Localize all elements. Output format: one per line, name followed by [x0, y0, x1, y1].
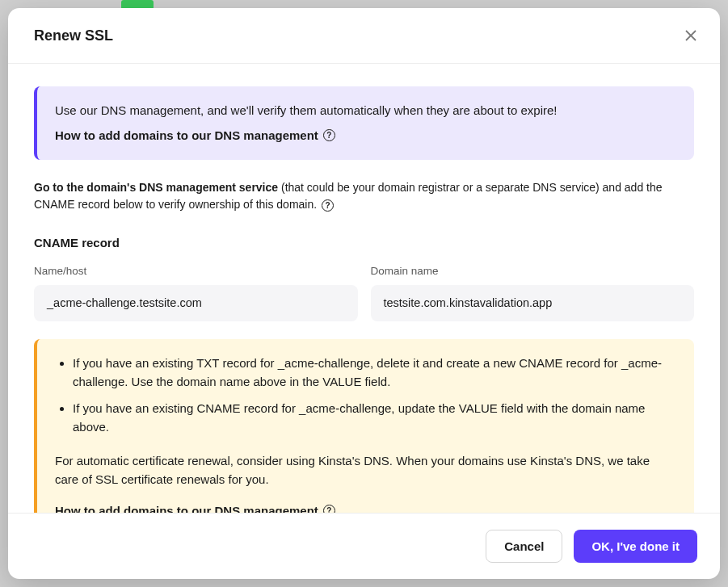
name-host-value[interactable]: _acme-challenge.testsite.com — [34, 285, 358, 321]
instruction-bold: Go to the domain's DNS management servic… — [34, 181, 278, 194]
warning-list: If you have an existing TXT record for _… — [55, 354, 676, 437]
cname-fields: Name/host _acme-challenge.testsite.com D… — [34, 263, 694, 321]
modal-header: Renew SSL — [8, 8, 720, 64]
close-button[interactable] — [681, 26, 701, 45]
confirm-button[interactable]: OK, I've done it — [574, 530, 697, 563]
name-host-field: Name/host _acme-challenge.testsite.com — [34, 263, 358, 321]
close-icon — [685, 30, 696, 41]
help-icon: ? — [323, 505, 335, 513]
warning-item: If you have an existing CNAME record for… — [73, 399, 676, 437]
info-box-link-text: How to add domains to our DNS management — [55, 126, 318, 145]
domain-name-label: Domain name — [371, 263, 695, 280]
warning-paragraph: For automatic certificate renewal, consi… — [55, 451, 676, 489]
modal-title: Renew SSL — [34, 27, 113, 44]
cancel-button[interactable]: Cancel — [486, 530, 562, 563]
instruction-text: Go to the domain's DNS management servic… — [34, 179, 694, 214]
domain-name-field: Domain name testsite.com.kinstavalidatio… — [371, 263, 695, 321]
modal-body: Use our DNS management, and we'll verify… — [8, 64, 720, 513]
dns-management-link[interactable]: How to add domains to our DNS management… — [55, 126, 335, 145]
domain-name-value[interactable]: testsite.com.kinstavalidation.app — [371, 285, 695, 321]
cname-heading: CNAME record — [34, 233, 694, 252]
name-host-label: Name/host — [34, 263, 358, 280]
dns-info-box: Use our DNS management, and we'll verify… — [34, 86, 694, 160]
info-box-text: Use our DNS management, and we'll verify… — [55, 101, 676, 119]
help-icon: ? — [323, 129, 335, 141]
help-icon[interactable]: ? — [322, 199, 334, 212]
warning-item: If you have an existing TXT record for _… — [73, 354, 676, 392]
warning-link-text: How to add domains to our DNS management — [55, 501, 318, 513]
modal-footer: Cancel OK, I've done it — [8, 513, 720, 579]
renew-ssl-modal: Renew SSL Use our DNS management, and we… — [8, 8, 720, 579]
warning-box: If you have an existing TXT record for _… — [34, 339, 694, 513]
dns-management-link[interactable]: How to add domains to our DNS management… — [55, 501, 335, 513]
